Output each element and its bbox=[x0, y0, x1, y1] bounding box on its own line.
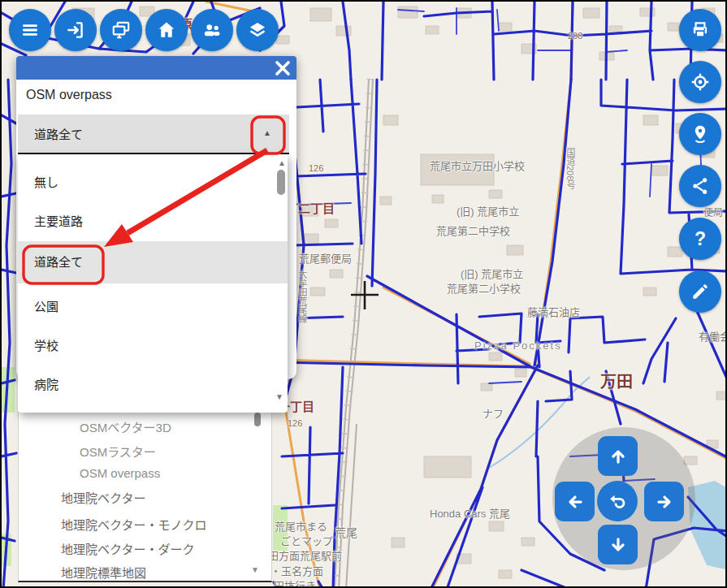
dropdown-option-none[interactable]: 無し bbox=[18, 163, 288, 202]
basemap-scrollbar-thumb[interactable] bbox=[254, 413, 261, 426]
map-label-poi: 便局 bbox=[703, 205, 723, 218]
caret-up-icon: ▲ bbox=[263, 128, 271, 137]
dropdown-scrollbar-thumb[interactable] bbox=[277, 170, 285, 195]
share-button[interactable] bbox=[679, 165, 721, 207]
select-value: 道路全て bbox=[34, 125, 83, 142]
scroll-up-icon[interactable]: ▲ bbox=[278, 158, 286, 167]
arrow-down-icon bbox=[608, 534, 629, 556]
map-label-school: 荒尾市立万田小学校 bbox=[430, 158, 525, 173]
menu-button[interactable] bbox=[9, 9, 51, 51]
pan-up-button[interactable] bbox=[598, 436, 638, 476]
map-pin-icon bbox=[690, 123, 711, 145]
undo-icon bbox=[607, 491, 628, 512]
sign-in-icon bbox=[65, 19, 86, 41]
dropdown-option-all-roads[interactable]: 道路全て bbox=[18, 241, 288, 283]
dialog-title: OSM overpass bbox=[26, 88, 112, 102]
map-road-name: 国道208号 bbox=[564, 148, 577, 189]
users-button[interactable] bbox=[191, 9, 233, 51]
question-mark-icon: ? bbox=[695, 228, 706, 250]
sign-in-button[interactable] bbox=[54, 9, 97, 51]
pencil-icon bbox=[690, 281, 711, 302]
share-icon bbox=[690, 175, 711, 197]
home-icon bbox=[156, 19, 177, 41]
overpass-filter-dropdown: 無し 主要道路 道路全て 公園 学校 病院 ▲ ▼ bbox=[18, 154, 288, 413]
dropdown-option-schools[interactable]: 学校 bbox=[18, 326, 288, 365]
map-road-name: 大牟田荒尾線 bbox=[296, 270, 309, 323]
basemap-item-osm-overpass[interactable]: OSM overpass bbox=[80, 466, 160, 480]
layers-icon bbox=[247, 19, 268, 41]
arrow-left-icon bbox=[565, 491, 586, 512]
basemap-item-gsi-vector-dark[interactable]: 地理院ベクター・ダーク bbox=[61, 540, 194, 557]
edit-button[interactable] bbox=[679, 270, 721, 313]
layers-button[interactable] bbox=[236, 9, 279, 51]
map-label-note: 荒尾市まる bbox=[275, 518, 327, 534]
basemap-item-gsi-standard[interactable]: 地理院標準地図 bbox=[61, 564, 146, 581]
dropdown-option-hospitals[interactable]: 病院 bbox=[18, 365, 288, 404]
print-button[interactable] bbox=[679, 9, 721, 51]
basemap-item-osm-raster[interactable]: OSMラスター bbox=[80, 443, 156, 460]
map-label-poi: Pizza Pockets bbox=[474, 339, 562, 352]
overpass-filter-select[interactable]: 道路全て ▲ bbox=[18, 115, 289, 154]
pan-right-button[interactable] bbox=[644, 482, 684, 521]
map-label-post-office: 荒尾郵便局 bbox=[299, 250, 352, 266]
map-road-number: 126 bbox=[309, 163, 323, 173]
map-label-poi: Honda Cars 荒尾 bbox=[430, 505, 510, 521]
hamburger-icon bbox=[19, 19, 41, 41]
map-label-station: 荒尾 bbox=[335, 524, 357, 540]
map-label-school: (旧) 荒尾市立 bbox=[457, 203, 519, 218]
scroll-down-icon[interactable]: ▼ bbox=[275, 392, 283, 401]
users-icon bbox=[201, 19, 223, 41]
place-marker-button[interactable] bbox=[679, 113, 721, 155]
locate-button[interactable] bbox=[679, 61, 721, 103]
pan-left-button[interactable] bbox=[555, 482, 595, 521]
map-label-poi: 藤満石油店 bbox=[527, 304, 580, 319]
map-label-poi: ナフ bbox=[483, 405, 504, 421]
map-label-school: (旧) 荒尾市立 bbox=[461, 266, 523, 281]
close-icon[interactable] bbox=[273, 58, 292, 78]
displays-button[interactable] bbox=[100, 9, 142, 51]
pan-down-button[interactable] bbox=[598, 525, 638, 564]
map-label-school: 荒尾第二中学校 bbox=[436, 223, 510, 238]
displays-icon bbox=[110, 19, 132, 41]
map-road-number: 208 bbox=[568, 31, 582, 41]
dropdown-option-parks[interactable]: 公園 bbox=[18, 288, 288, 326]
locate-icon bbox=[690, 71, 711, 93]
arrow-up-icon bbox=[608, 446, 629, 467]
arrow-right-icon bbox=[654, 491, 675, 512]
dialog-header[interactable] bbox=[16, 56, 296, 80]
scroll-down-icon[interactable]: ▼ bbox=[251, 565, 259, 574]
dropdown-option-major-roads[interactable]: 主要道路 bbox=[18, 202, 288, 241]
undo-button[interactable] bbox=[597, 481, 638, 521]
printer-icon bbox=[690, 19, 711, 41]
map-label-poi: 有働会 bbox=[699, 328, 727, 344]
map-label-note: 田坑行き、 bbox=[274, 577, 326, 588]
home-button[interactable] bbox=[145, 9, 188, 51]
app-window: 原 荒尾市立万田小学校 (旧) 荒尾市立 荒尾第二中学校 (旧) 荒尾市立 荒尾… bbox=[0, 0, 727, 588]
map-label-note: ・玉名方面 bbox=[270, 563, 323, 578]
basemap-item-gsi-vector-mono[interactable]: 地理院ベクター・モノクロ bbox=[61, 516, 206, 533]
basemap-list: OSMベクター3D OSMラスター OSM overpass 地理院ベクター 地… bbox=[18, 412, 272, 582]
map-label-note: 田方面荒尾駅前 bbox=[268, 547, 342, 563]
basemap-item-gsi-vector[interactable]: 地理院ベクター bbox=[61, 489, 145, 506]
map-road-number: 126 bbox=[288, 418, 302, 428]
map-label-town: 万田 bbox=[600, 369, 633, 392]
map-label-note: ごとマップ bbox=[280, 533, 333, 548]
map-label-school: 荒尾第二小学校 bbox=[447, 280, 521, 296]
help-button[interactable]: ? bbox=[679, 218, 721, 260]
basemap-item-osm-vector-3d[interactable]: OSMベクター3D bbox=[80, 418, 171, 435]
